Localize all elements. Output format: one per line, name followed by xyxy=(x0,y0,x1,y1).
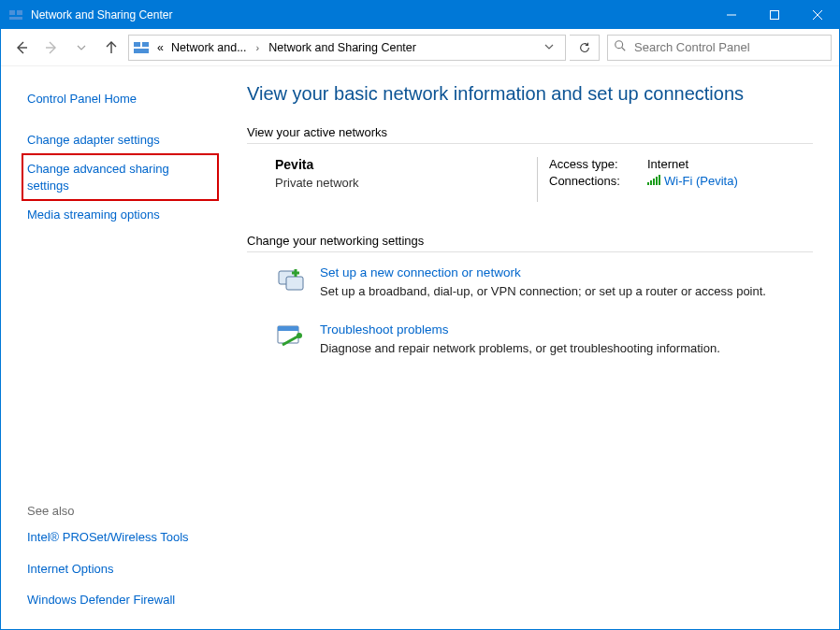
search-icon xyxy=(614,39,627,55)
recent-dropdown[interactable] xyxy=(68,35,94,61)
connections-label: Connections: xyxy=(549,174,647,189)
svg-rect-12 xyxy=(659,175,660,185)
troubleshoot-icon xyxy=(275,322,307,354)
sidebar-item-home[interactable]: Control Panel Home xyxy=(23,83,217,115)
navbar: « Network and... › Network and Sharing C… xyxy=(1,29,839,66)
network-type: Private network xyxy=(275,176,537,190)
breadcrumb-dropdown-icon[interactable] xyxy=(537,41,561,54)
troubleshoot-link[interactable]: Troubleshoot problems xyxy=(320,322,720,336)
see-also-heading: See also xyxy=(23,496,217,522)
refresh-button[interactable] xyxy=(570,35,600,61)
close-button[interactable] xyxy=(796,1,839,29)
window-icon xyxy=(8,7,23,22)
svg-rect-11 xyxy=(656,177,658,185)
svg-rect-14 xyxy=(286,277,303,290)
svg-rect-4 xyxy=(134,42,140,47)
sidebar-item-firewall[interactable]: Windows Defender Firewall xyxy=(23,584,217,616)
network-name: Pevita xyxy=(275,157,537,172)
window-controls xyxy=(710,1,839,29)
troubleshoot-item: Troubleshoot problems Diagnose and repai… xyxy=(275,322,780,355)
svg-point-7 xyxy=(616,41,623,49)
divider xyxy=(247,251,813,252)
forward-button[interactable] xyxy=(38,35,65,61)
maximize-button[interactable] xyxy=(753,1,796,29)
window-title: Network and Sharing Center xyxy=(31,8,710,21)
troubleshoot-desc: Diagnose and repair network problems, or… xyxy=(320,341,720,355)
up-button[interactable] xyxy=(98,35,124,61)
change-settings-heading: Change your networking settings xyxy=(247,234,813,248)
breadcrumb-icon xyxy=(133,39,150,56)
sidebar-item-internet-options[interactable]: Internet Options xyxy=(23,553,217,585)
setup-connection-desc: Set up a broadband, dial-up, or VPN conn… xyxy=(320,284,766,298)
access-type-value: Internet xyxy=(647,157,688,171)
svg-rect-1 xyxy=(17,10,22,15)
active-networks-heading: View your active networks xyxy=(247,125,813,139)
connection-link[interactable]: Wi-Fi (Pevita) xyxy=(647,174,738,188)
svg-rect-0 xyxy=(9,10,15,15)
back-button[interactable] xyxy=(8,35,35,61)
divider xyxy=(247,143,813,144)
wifi-signal-icon xyxy=(647,175,660,189)
content: View your basic network information and … xyxy=(230,66,839,629)
minimize-button[interactable] xyxy=(710,1,753,29)
svg-rect-16 xyxy=(278,326,298,331)
sidebar-item-advanced-sharing[interactable]: Change advanced sharing settings xyxy=(22,153,219,201)
svg-point-17 xyxy=(297,333,302,338)
vertical-divider xyxy=(537,157,538,202)
access-type-label: Access type: xyxy=(549,157,647,171)
search-input[interactable]: Search Control Panel xyxy=(607,35,832,61)
breadcrumb-separator: › xyxy=(251,42,266,53)
setup-connection-link[interactable]: Set up a new connection or network xyxy=(320,265,766,279)
sidebar-item-media-streaming[interactable]: Media streaming options xyxy=(23,199,217,231)
sidebar-item-proset[interactable]: Intel® PROSet/Wireless Tools xyxy=(23,522,217,553)
breadcrumb-parent[interactable]: Network and... xyxy=(167,41,251,54)
svg-rect-3 xyxy=(771,11,779,20)
svg-rect-2 xyxy=(9,17,22,20)
search-placeholder: Search Control Panel xyxy=(634,40,750,54)
svg-rect-5 xyxy=(142,42,149,47)
titlebar: Network and Sharing Center xyxy=(1,1,839,29)
setup-connection-icon xyxy=(275,265,307,297)
svg-rect-8 xyxy=(647,182,649,185)
body: Control Panel Home Change adapter settin… xyxy=(1,66,839,629)
sidebar: Control Panel Home Change adapter settin… xyxy=(1,66,230,629)
breadcrumb-prefix[interactable]: « xyxy=(153,41,167,54)
setup-connection-item: Set up a new connection or network Set u… xyxy=(275,265,780,298)
breadcrumb[interactable]: « Network and... › Network and Sharing C… xyxy=(128,35,566,61)
svg-rect-6 xyxy=(134,49,149,53)
svg-rect-9 xyxy=(650,180,652,185)
svg-rect-10 xyxy=(653,179,655,185)
connection-value: Wi-Fi (Pevita) xyxy=(664,174,738,188)
breadcrumb-current[interactable]: Network and Sharing Center xyxy=(265,41,420,54)
sidebar-item-adapter[interactable]: Change adapter settings xyxy=(23,124,217,156)
page-title: View your basic network information and … xyxy=(247,83,813,105)
active-network: Pevita Private network Access type: Inte… xyxy=(247,157,813,202)
